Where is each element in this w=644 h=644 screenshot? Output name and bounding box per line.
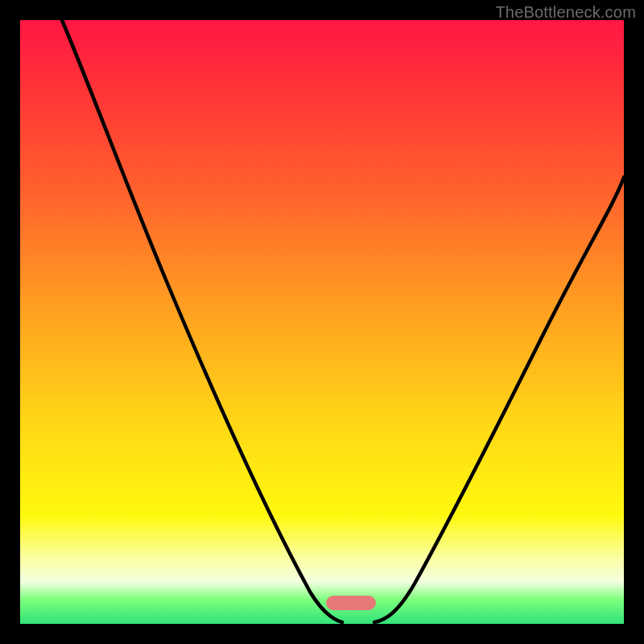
curve-right-branch [374, 177, 624, 622]
outer-frame: TheBottleneck.com [0, 0, 644, 644]
optimal-marker [326, 596, 376, 610]
bottleneck-curve [20, 20, 624, 624]
curve-left-branch [62, 20, 342, 622]
watermark-text: TheBottleneck.com [495, 3, 636, 22]
